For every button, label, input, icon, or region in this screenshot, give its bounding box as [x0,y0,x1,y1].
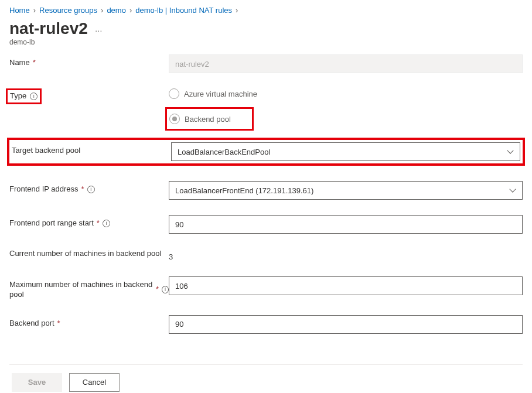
page-subtitle: demo-lb [9,38,523,46]
frontend-port-start-label: Frontend port range start* i [9,215,169,228]
current-machines-label: Current number of machines in backend po… [9,249,169,259]
frontend-port-start-input[interactable] [169,215,523,234]
chevron-right-icon: › [129,6,132,15]
breadcrumb-demo-lb-nat[interactable]: demo-lb | Inbound NAT rules [135,6,232,15]
frontend-ip-label: Frontend IP address* i [9,181,169,194]
max-machines-input[interactable] [169,276,523,295]
target-backend-pool-select[interactable]: LoadBalancerBackEndPool [171,142,520,161]
type-label: Type i [6,88,42,104]
chevron-right-icon: › [101,6,103,15]
radio-icon [169,114,180,124]
breadcrumb-demo[interactable]: demo [107,6,126,15]
info-icon[interactable]: i [103,220,110,227]
page-title: nat-rulev2 [9,19,88,38]
backend-port-label: Backend port* [9,315,169,329]
name-input [169,54,523,73]
info-icon[interactable]: i [30,93,37,100]
chevron-right-icon: › [33,6,36,15]
chevron-down-icon [507,148,514,155]
chevron-down-icon [509,187,516,194]
target-backend-pool-label: Target backend pool [12,142,171,156]
type-radio-azure-vm[interactable]: Azure virtual machine [169,88,523,99]
cancel-button[interactable]: Cancel [69,373,120,392]
max-machines-label: Maximum number of machines in backend po… [9,276,169,300]
backend-port-input[interactable] [169,315,523,334]
info-icon[interactable]: i [87,186,95,193]
save-button: Save [12,373,62,392]
chevron-right-icon: › [236,6,238,15]
frontend-ip-select[interactable]: LoadBalancerFrontEnd (172.191.139.61) [169,181,523,200]
more-icon[interactable]: … [95,25,104,33]
breadcrumb-home[interactable]: Home [9,6,30,15]
breadcrumb: Home › Resource groups › demo › demo-lb … [9,6,523,15]
type-radio-group: Azure virtual machine Backend pool [169,88,523,131]
type-radio-backend-pool[interactable]: Backend pool [169,114,231,124]
name-label: Name* [9,54,169,68]
radio-icon [169,88,179,99]
breadcrumb-resource-groups[interactable]: Resource groups [39,6,97,15]
info-icon[interactable]: i [162,286,169,293]
current-machines-value: 3 [169,252,173,261]
